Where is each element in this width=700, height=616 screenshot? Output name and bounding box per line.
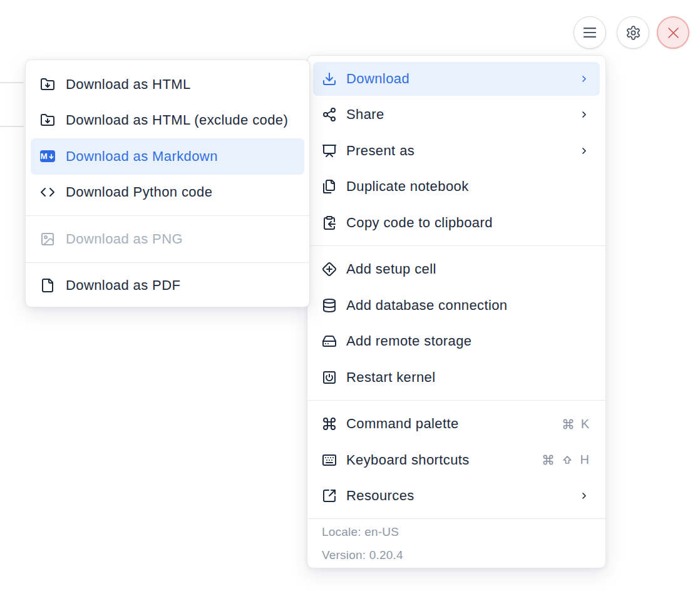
menu-item-label: Add setup cell bbox=[346, 261, 589, 277]
menu-item-label: Download as Markdown bbox=[66, 148, 296, 165]
menu-item-label: Keyboard shortcuts bbox=[346, 452, 533, 468]
version-text: Version: 0.20.4 bbox=[322, 544, 605, 567]
menu-item-label: Duplicate notebook bbox=[346, 178, 589, 195]
command-icon bbox=[562, 418, 574, 430]
chevron-right-icon bbox=[579, 110, 589, 120]
menu-item-add-setup-cell[interactable]: Add setup cell bbox=[313, 253, 600, 287]
shutdown-button[interactable] bbox=[657, 16, 689, 49]
menu-item-label: Download as HTML bbox=[66, 76, 296, 93]
download-icon bbox=[322, 71, 337, 86]
hard-drive-icon bbox=[322, 334, 337, 349]
menu-item-label: Download Python code bbox=[66, 184, 296, 200]
submenu-item-download-html[interactable]: Download as HTML bbox=[31, 66, 304, 103]
keyboard-icon bbox=[322, 453, 337, 468]
menu-item-copy-code[interactable]: Copy code to clipboard bbox=[313, 206, 600, 240]
menu-item-share[interactable]: Share bbox=[313, 98, 600, 132]
menu-separator bbox=[307, 518, 605, 519]
menu-item-label: Copy code to clipboard bbox=[346, 215, 589, 231]
file-icon bbox=[40, 278, 55, 293]
folder-down-icon bbox=[40, 113, 55, 128]
hamburger-icon bbox=[583, 26, 597, 39]
menu-item-keyboard-shortcuts[interactable]: Keyboard shortcuts H bbox=[313, 443, 600, 477]
menu-item-present-as[interactable]: Present as bbox=[313, 134, 600, 168]
submenu-item-download-python[interactable]: Download Python code bbox=[31, 175, 304, 211]
external-link-icon bbox=[322, 488, 337, 503]
menu-item-download[interactable]: Download bbox=[313, 62, 600, 96]
menu-item-label: Restart kernel bbox=[346, 369, 589, 386]
notebook-menu: Download Share Present as Duplicate note… bbox=[307, 55, 606, 568]
shortcut-hint: H bbox=[542, 453, 589, 467]
menu-item-label: Add database connection bbox=[346, 297, 589, 314]
clipboard-copy-icon bbox=[322, 215, 337, 230]
menu-item-restart-kernel[interactable]: Restart kernel bbox=[313, 361, 600, 394]
menu-item-label: Share bbox=[346, 106, 570, 123]
share-icon bbox=[322, 107, 337, 122]
files-icon bbox=[322, 179, 337, 194]
close-icon bbox=[667, 27, 679, 39]
submenu-item-download-markdown[interactable]: M Download as Markdown bbox=[31, 138, 304, 175]
database-icon bbox=[322, 298, 337, 313]
menu-item-label: Resources bbox=[346, 488, 570, 504]
command-icon bbox=[542, 454, 554, 466]
menu-item-duplicate-notebook[interactable]: Duplicate notebook bbox=[313, 170, 600, 204]
presentation-icon bbox=[322, 143, 337, 158]
power-icon bbox=[322, 370, 337, 385]
menu-separator bbox=[307, 245, 605, 246]
notebook-menu-button[interactable] bbox=[574, 16, 606, 49]
menu-item-resources[interactable]: Resources bbox=[313, 480, 600, 513]
submenu-item-download-html-exclude-code[interactable]: Download as HTML (exclude code) bbox=[31, 103, 304, 139]
menu-item-label: Download bbox=[346, 71, 570, 87]
menu-separator bbox=[26, 215, 309, 216]
locale-text: Locale: en-US bbox=[322, 521, 605, 544]
chevron-right-icon bbox=[579, 146, 589, 156]
menu-footer: Locale: en-US Version: 0.20.4 bbox=[307, 521, 605, 567]
markdown-icon: M bbox=[40, 149, 55, 164]
submenu-item-download-pdf[interactable]: Download as PDF bbox=[31, 268, 304, 304]
shift-icon bbox=[561, 454, 574, 466]
menu-item-label: Download as HTML (exclude code) bbox=[66, 112, 296, 128]
folder-down-icon bbox=[40, 77, 55, 92]
settings-button[interactable] bbox=[617, 16, 649, 49]
menu-item-add-remote-storage[interactable]: Add remote storage bbox=[313, 325, 600, 359]
menu-item-label: Download as PNG bbox=[66, 231, 296, 247]
chevron-right-icon bbox=[579, 74, 589, 84]
menu-item-label: Command palette bbox=[346, 416, 553, 432]
download-submenu: Download as HTML Download as HTML (exclu… bbox=[25, 59, 310, 307]
shortcut-hint: K bbox=[562, 417, 589, 431]
gear-icon bbox=[625, 25, 641, 41]
code-icon bbox=[40, 185, 55, 200]
submenu-item-download-png[interactable]: Download as PNG bbox=[31, 221, 304, 257]
menu-item-command-palette[interactable]: Command palette K bbox=[313, 408, 600, 441]
menu-item-label: Download as PDF bbox=[66, 277, 296, 294]
chevron-right-icon bbox=[579, 491, 589, 501]
menu-item-add-database[interactable]: Add database connection bbox=[313, 289, 600, 322]
page-divider-top bbox=[0, 82, 23, 83]
menu-separator bbox=[26, 262, 309, 263]
diamond-plus-icon bbox=[322, 262, 337, 277]
menu-item-label: Present as bbox=[346, 143, 570, 159]
menu-separator bbox=[307, 400, 605, 401]
image-icon bbox=[40, 232, 55, 247]
menu-item-label: Add remote storage bbox=[346, 333, 589, 349]
command-icon bbox=[322, 416, 337, 431]
page-divider-bottom bbox=[0, 126, 23, 127]
